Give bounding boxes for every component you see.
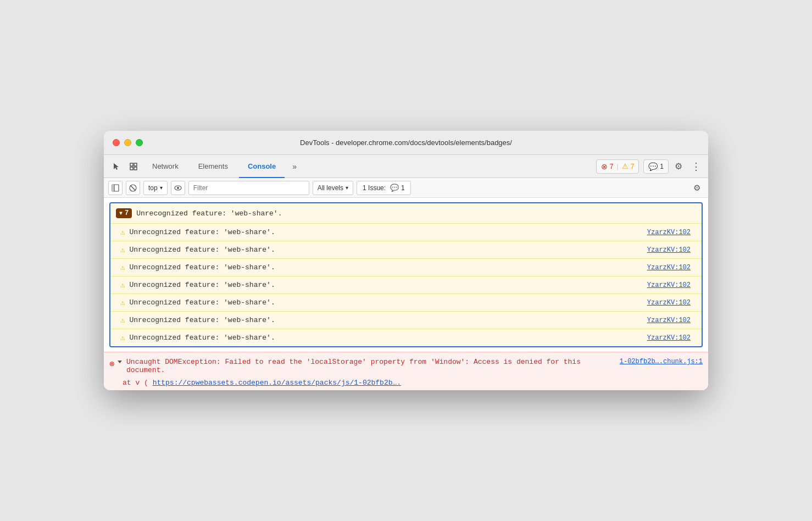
settings-btn[interactable]: ⚙ (671, 159, 686, 174)
warning-row-2: ⚠ Unrecognized feature: 'web-share'. Yza… (110, 258, 702, 276)
error-source-link[interactable]: 1-02bfb2b….chunk.js:1 (620, 358, 703, 365)
warning-row-6: ⚠ Unrecognized feature: 'web-share'. Yza… (110, 329, 702, 346)
titlebar: DevTools - developer.chrome.com/docs/dev… (104, 131, 708, 155)
more-tabs-btn[interactable]: » (287, 159, 302, 174)
error-badge-btn[interactable]: ⊗ 7 | ⚠ 7 (596, 159, 639, 174)
more-menu-btn[interactable]: ⋮ (688, 159, 704, 174)
warning-triangle-icon-5: ⚠ (120, 315, 125, 325)
error-count: 7 (610, 163, 614, 170)
eye-btn[interactable] (171, 181, 185, 195)
filter-input[interactable] (188, 181, 309, 195)
warning-group-box: ▼ 7 Unrecognized feature: 'web-share'. ⚠… (109, 202, 703, 347)
tab-elements[interactable]: Elements (190, 155, 237, 178)
context-selector[interactable]: top ▾ (143, 181, 168, 195)
window-title: DevTools - developer.chrome.com/docs/dev… (300, 138, 512, 147)
devtools-window: DevTools - developer.chrome.com/docs/dev… (104, 131, 708, 390)
svg-rect-5 (112, 185, 114, 191)
chevron-down-icon: ▾ (346, 185, 348, 191)
error-stack: at v ( https://cpwebassets.codepen.io/as… (109, 376, 703, 387)
warning-triangle-icon-6: ⚠ (120, 333, 125, 342)
error-expand-triangle[interactable] (118, 361, 122, 363)
warning-triangle-icon-2: ⚠ (120, 263, 125, 272)
error-header-row: ⊗ Uncaught DOMException: Failed to read … (109, 356, 703, 376)
source-link-0[interactable]: YzarzKV:102 (647, 229, 691, 236)
svg-line-8 (131, 185, 136, 190)
count-number: 7 (125, 209, 129, 217)
warning-text-1: Unrecognized feature: 'web-share'. (129, 246, 642, 254)
message-badge-btn[interactable]: 💬 1 (643, 159, 669, 174)
message-icon: 💬 (648, 162, 658, 171)
inspect-icon-btn[interactable] (126, 159, 141, 174)
source-link-6[interactable]: YzarzKV:102 (647, 334, 691, 342)
error-circle-icon: ⊗ (109, 359, 114, 369)
warning-text-0: Unrecognized feature: 'web-share'. (129, 228, 642, 236)
stack-source-link[interactable]: https://cpwebassets.codepen.io/assets/pa… (153, 379, 401, 387)
warning-header-row: ▼ 7 Unrecognized feature: 'web-share'. (110, 203, 702, 223)
warning-header-text: Unrecognized feature: 'web-share'. (136, 209, 282, 218)
warning-triangle-icon-3: ⚠ (120, 280, 125, 290)
traffic-lights (113, 139, 143, 146)
source-link-4[interactable]: YzarzKV:102 (647, 299, 691, 307)
warning-text-5: Unrecognized feature: 'web-share'. (129, 316, 642, 324)
warning-text-3: Unrecognized feature: 'web-share'. (129, 281, 642, 289)
error-icon: ⊗ (601, 162, 608, 171)
warning-row-3: ⚠ Unrecognized feature: 'web-share'. Yza… (110, 276, 702, 293)
issue-count: 1 (401, 184, 405, 192)
chevron-down-icon: ▾ (160, 185, 163, 191)
sidebar-toggle-btn[interactable] (108, 181, 123, 195)
message-count: 1 (660, 163, 664, 170)
error-header-text: Uncaught DOMException: Failed to read th… (126, 358, 581, 374)
context-label: top (148, 184, 158, 192)
devtools-toolbar: Network Elements Console » ⊗ 7 | ⚠ 7 💬 1… (104, 155, 708, 178)
maximize-button[interactable] (136, 139, 143, 146)
warning-triangle-icon-0: ⚠ (120, 228, 125, 237)
clear-console-btn[interactable] (126, 181, 140, 195)
expand-triangle-down: ▼ (119, 210, 123, 217)
warning-triangle-icon-1: ⚠ (120, 245, 125, 254)
svg-point-10 (177, 187, 179, 189)
close-button[interactable] (113, 139, 120, 146)
source-link-2[interactable]: YzarzKV:102 (647, 264, 691, 271)
gear-icon: ⚙ (675, 161, 682, 171)
gear-icon: ⚙ (693, 183, 700, 193)
error-section: ⊗ Uncaught DOMException: Failed to read … (104, 352, 708, 390)
svg-rect-1 (134, 163, 137, 166)
warning-row-0: ⚠ Unrecognized feature: 'web-share'. Yza… (110, 223, 702, 241)
levels-label: All levels (318, 184, 343, 192)
levels-dropdown[interactable]: All levels ▾ (313, 181, 353, 195)
tab-network[interactable]: Network (143, 155, 187, 178)
minimize-button[interactable] (124, 139, 131, 146)
source-link-5[interactable]: YzarzKV:102 (647, 317, 691, 324)
cursor-icon-btn[interactable] (108, 159, 124, 174)
issue-btn[interactable]: 1 Issue: 💬 1 (357, 181, 411, 195)
more-vert-icon: ⋮ (691, 160, 701, 173)
issue-label: 1 Issue: (363, 184, 386, 192)
warning-count-badge[interactable]: ▼ 7 (116, 208, 132, 218)
warning-count: 7 (631, 163, 635, 170)
warning-text-4: Unrecognized feature: 'web-share'. (129, 298, 642, 307)
console-settings-btn[interactable]: ⚙ (689, 181, 704, 195)
warning-text-2: Unrecognized feature: 'web-share'. (129, 263, 642, 271)
source-link-3[interactable]: YzarzKV:102 (647, 281, 691, 289)
stack-text: at v ( (123, 379, 148, 387)
warning-icon: ⚠ (622, 162, 629, 170)
svg-rect-0 (130, 163, 133, 166)
console-toolbar: top ▾ All levels ▾ 1 Issue: 💬 1 ⚙ (104, 178, 708, 198)
source-link-1[interactable]: YzarzKV:102 (647, 246, 691, 254)
tab-console[interactable]: Console (239, 155, 285, 178)
svg-rect-2 (130, 167, 133, 170)
console-content: ▼ 7 Unrecognized feature: 'web-share'. ⚠… (104, 198, 708, 390)
warning-triangle-icon-4: ⚠ (120, 298, 125, 307)
svg-rect-3 (134, 167, 137, 170)
warning-row-1: ⚠ Unrecognized feature: 'web-share'. Yza… (110, 241, 702, 258)
warning-row-5: ⚠ Unrecognized feature: 'web-share'. Yza… (110, 311, 702, 329)
warning-text-6: Unrecognized feature: 'web-share'. (129, 334, 642, 342)
warning-row-4: ⚠ Unrecognized feature: 'web-share'. Yza… (110, 293, 702, 311)
issue-icon: 💬 (390, 184, 399, 192)
